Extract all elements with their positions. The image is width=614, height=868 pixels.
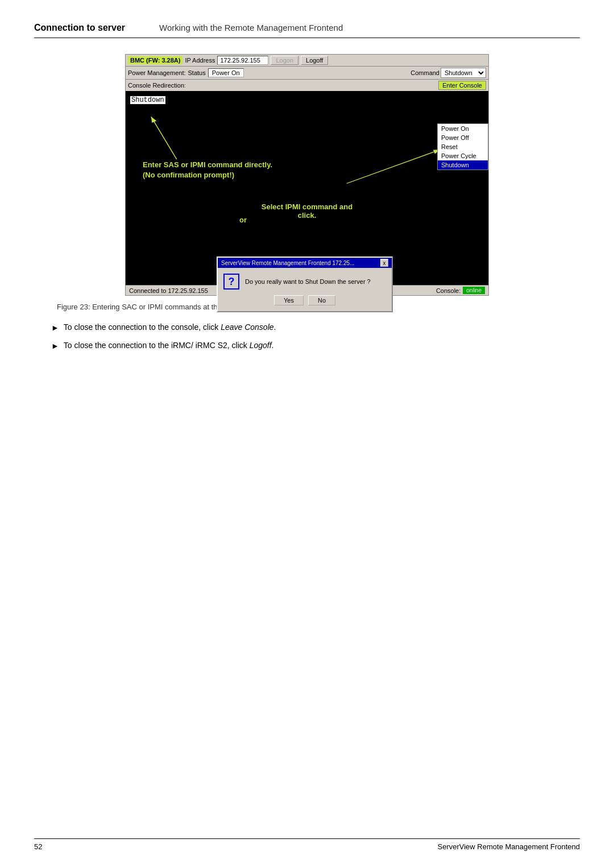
dropdown-shutdown[interactable]: Shutdown	[438, 160, 488, 170]
page-header: Connection to server Working with the Re…	[34, 23, 580, 38]
bmc-toolbar: BMC (FW: 3.28A) IP Address 172.25.92.155…	[126, 55, 488, 67]
logon-button[interactable]: Logon	[271, 56, 298, 65]
page-footer: 52 ServerView Remote Management Frontend	[34, 838, 580, 851]
power-status-value: Power On	[208, 68, 244, 77]
enter-console-button[interactable]: Enter Console	[438, 81, 486, 90]
console-area: Shutdown Enter SAS or IPMI command direc…	[126, 92, 488, 285]
dialog-title: ServerView Remote Management Frontend 17…	[221, 260, 354, 266]
command-dropdown-popup: Power On Power Off Reset Power Cycle Shu…	[437, 123, 488, 170]
connected-status: Connected to 172.25.92.155	[129, 287, 208, 294]
dropdown-power-cycle[interactable]: Power Cycle	[438, 151, 488, 160]
dropdown-power-on[interactable]: Power On	[438, 124, 488, 133]
command-select[interactable]: Shutdown	[441, 68, 486, 78]
status-label: Status	[188, 69, 206, 76]
bullet-arrow-1: ►	[51, 322, 59, 334]
annotation-left: Enter SAS or IPMI command directly. (No …	[143, 160, 272, 180]
logoff-button[interactable]: Logoff	[301, 56, 328, 65]
screenshot-container: BMC (FW: 3.28A) IP Address 172.25.92.155…	[125, 54, 489, 296]
console-redirection-row: Console Redirection: Enter Console	[126, 80, 488, 92]
dialog-close-button[interactable]: x	[380, 259, 388, 267]
annotation-right: Select IPMI command and click.	[262, 202, 352, 220]
power-management-row: Power Management: Status Power On Comman…	[126, 67, 488, 80]
bullet-text-1: To close the connection to the console, …	[64, 321, 276, 333]
dropdown-power-off[interactable]: Power Off	[438, 133, 488, 142]
bullet-text-2: To close the connection to the iRMC/ iRM…	[64, 340, 274, 352]
dialog-body: ? Do you really want to Shut Down the se…	[218, 268, 392, 293]
console-status-wrapper: Console: online	[436, 287, 485, 294]
command-label: Command	[410, 69, 439, 76]
chapter-title: Connection to server	[34, 23, 159, 33]
svg-line-1	[347, 150, 440, 184]
page-number: 52	[34, 842, 42, 851]
shutdown-dialog: ServerView Remote Management Frontend 17…	[217, 257, 393, 312]
dialog-message: Do you really want to Shut Down the serv…	[245, 278, 371, 285]
product-name: ServerView Remote Management Frontend	[438, 842, 580, 851]
list-item: ► To close the connection to the console…	[51, 321, 580, 334]
online-badge: online	[463, 287, 485, 294]
dialog-question-icon: ?	[223, 274, 239, 290]
dialog-buttons: Yes No	[218, 293, 392, 311]
console-status-label: Console:	[436, 287, 460, 294]
dialog-yes-button[interactable]: Yes	[274, 295, 304, 305]
or-text: or	[239, 216, 247, 224]
bullet-arrow-2: ►	[51, 340, 59, 352]
ip-address-label: IP Address	[185, 57, 215, 64]
section-title: Working with the Remote Management Front…	[159, 23, 343, 32]
dropdown-reset[interactable]: Reset	[438, 142, 488, 151]
console-shutdown-text: Shutdown	[130, 96, 165, 104]
bullet-list: ► To close the connection to the console…	[51, 321, 580, 352]
dialog-titlebar: ServerView Remote Management Frontend 17…	[218, 258, 392, 268]
ip-address-value: 172.25.92.155	[217, 56, 268, 65]
dialog-no-button[interactable]: No	[308, 295, 335, 305]
command-wrapper: Command Shutdown	[410, 68, 486, 78]
list-item: ► To close the connection to the iRMC/ i…	[51, 340, 580, 352]
power-management-label: Power Management:	[128, 69, 186, 76]
console-redirection-label: Console Redirection:	[128, 82, 186, 89]
bmc-label: BMC (FW: 3.28A)	[128, 56, 182, 64]
